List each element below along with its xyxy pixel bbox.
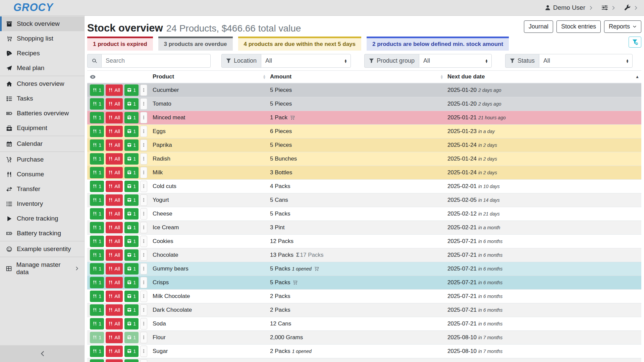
- sidebar-item-tasks[interactable]: Tasks: [0, 91, 84, 106]
- sidebar-item-equipment[interactable]: Equipment: [0, 121, 84, 135]
- sidebar-item-inventory[interactable]: Inventory: [0, 196, 84, 211]
- open-one-button[interactable]: 1: [124, 277, 139, 288]
- row-menu-button[interactable]: [140, 332, 147, 343]
- search-input[interactable]: [101, 54, 211, 68]
- row-menu-button[interactable]: [140, 222, 147, 233]
- sidebar-item-chores-overview[interactable]: Chores overview: [0, 76, 84, 91]
- table-row[interactable]: 1All1Soda12 Cans2025-07-21in 6 months: [87, 317, 641, 330]
- column-header-amount[interactable]: Amount ▲▼: [267, 71, 445, 83]
- consume-all-button[interactable]: All: [106, 167, 123, 178]
- alert-due[interactable]: 4 products are due within the next 5 day…: [238, 37, 361, 51]
- consume-one-button[interactable]: 1: [90, 167, 104, 178]
- consume-all-button[interactable]: All: [106, 222, 123, 233]
- open-one-button[interactable]: 1: [124, 181, 139, 192]
- table-row[interactable]: 1All1Radish5 Bunches2025-01-24in 2 days: [87, 152, 641, 166]
- open-one-button[interactable]: 1: [124, 139, 139, 151]
- open-one-button[interactable]: 1: [124, 126, 139, 137]
- product-group-select[interactable]: All ▲▼: [419, 54, 492, 68]
- table-row[interactable]: 1All1Chocolate13 PacksΣ17 Packs2025-07-2…: [87, 248, 641, 262]
- consume-all-button[interactable]: All: [106, 359, 123, 362]
- consume-all-button[interactable]: All: [106, 194, 123, 206]
- sidebar-item-example-userentity[interactable]: Example userentity: [0, 242, 84, 256]
- open-one-button[interactable]: 1: [124, 153, 139, 165]
- location-select[interactable]: All ▲▼: [261, 54, 351, 68]
- table-row[interactable]: 1All1Tomato5 Pieces2025-01-202 days ago: [87, 97, 641, 111]
- table-row[interactable]: 1All1Eggs6 Pieces2025-01-23in a day: [87, 124, 641, 138]
- open-one-button[interactable]: 1: [124, 263, 139, 275]
- sidebar-item-shopping-list[interactable]: Shopping list: [0, 31, 84, 46]
- row-menu-button[interactable]: [140, 291, 147, 302]
- consume-one-button[interactable]: 1: [90, 126, 104, 137]
- consume-one-button[interactable]: 1: [90, 222, 104, 233]
- user-menu[interactable]: Demo User: [545, 4, 585, 11]
- settings-menu[interactable]: [602, 5, 608, 11]
- consume-one-button[interactable]: 1: [90, 139, 104, 151]
- consume-one-button[interactable]: 1: [90, 277, 104, 288]
- sidebar-item-chore-tracking[interactable]: Chore tracking: [0, 211, 84, 226]
- open-one-button[interactable]: 1: [124, 318, 139, 329]
- consume-one-button[interactable]: 1: [90, 98, 104, 110]
- consume-one-button[interactable]: 1: [90, 346, 104, 357]
- row-menu-button[interactable]: [140, 139, 147, 151]
- sidebar-item-transfer[interactable]: Transfer: [0, 182, 84, 196]
- consume-one-button[interactable]: 1: [90, 236, 104, 247]
- sidebar-item-batteries-overview[interactable]: Batteries overview: [0, 106, 84, 121]
- column-header-next-due-date[interactable]: Next due date ▲: [445, 71, 641, 83]
- consume-one-button[interactable]: 1: [90, 208, 104, 220]
- row-menu-button[interactable]: [140, 346, 147, 357]
- open-one-button[interactable]: 1: [124, 222, 139, 233]
- consume-all-button[interactable]: All: [106, 263, 123, 275]
- open-one-button[interactable]: 1: [124, 304, 139, 316]
- consume-one-button[interactable]: 1: [90, 332, 104, 343]
- consume-one-button[interactable]: 1: [90, 318, 104, 329]
- consume-all-button[interactable]: All: [106, 112, 123, 123]
- open-one-button[interactable]: 1: [124, 332, 139, 343]
- table-row[interactable]: 1All1Dark Chocolate2 Packs2025-07-21in 6…: [87, 303, 641, 317]
- alert-belowmin[interactable]: 2 products are below defined min. stock …: [367, 37, 509, 51]
- open-one-button[interactable]: 1: [124, 98, 139, 110]
- consume-all-button[interactable]: All: [106, 277, 123, 288]
- row-menu-button[interactable]: [140, 84, 147, 96]
- column-visibility-header[interactable]: [87, 71, 150, 83]
- row-menu-button[interactable]: [140, 236, 147, 247]
- table-row[interactable]: 1All1Minced meat1 Pack2025-01-2121 hours…: [87, 111, 641, 124]
- consume-all-button[interactable]: All: [106, 126, 123, 137]
- row-menu-button[interactable]: [140, 153, 147, 165]
- row-menu-button[interactable]: [140, 263, 147, 275]
- open-one-button[interactable]: 1: [124, 249, 139, 261]
- table-row[interactable]: 1All1Sugar2 Packs1 opened2025-08-10in 7 …: [87, 344, 641, 358]
- reports-dropdown-button[interactable]: Reports: [604, 20, 641, 33]
- row-menu-button[interactable]: [140, 194, 147, 206]
- sidebar-item-purchase[interactable]: Purchase: [0, 152, 84, 167]
- row-menu-button[interactable]: [140, 249, 147, 261]
- consume-all-button[interactable]: All: [106, 84, 123, 96]
- open-one-button[interactable]: 1: [124, 291, 139, 302]
- sidebar-item-recipes[interactable]: Recipes: [0, 46, 84, 61]
- table-row[interactable]: 1All1Gummy bears5 Packs1 opened2025-07-2…: [87, 262, 641, 276]
- consume-all-button[interactable]: All: [106, 304, 123, 316]
- sidebar-item-stock-overview[interactable]: Stock overview: [0, 16, 84, 31]
- consume-all-button[interactable]: All: [106, 139, 123, 151]
- consume-all-button[interactable]: All: [106, 98, 123, 110]
- consume-one-button[interactable]: 1: [90, 263, 104, 275]
- consume-one-button[interactable]: 1: [90, 84, 104, 96]
- consume-one-button[interactable]: 1: [90, 112, 104, 123]
- consume-one-button[interactable]: 1: [90, 291, 104, 302]
- table-row[interactable]: 1All1Cucumber5 Pieces2025-01-202 days ag…: [87, 83, 641, 97]
- table-row[interactable]: 1All1: [87, 358, 641, 362]
- table-row[interactable]: 1All1Flour2,000 Grams2025-08-10in 7 mont…: [87, 330, 641, 344]
- row-menu-button[interactable]: [140, 181, 147, 192]
- alert-expired[interactable]: 1 product is expired: [87, 37, 153, 51]
- consume-one-button[interactable]: 1: [90, 359, 104, 362]
- row-menu-button[interactable]: [140, 112, 147, 123]
- sidebar-item-calendar[interactable]: Calendar: [0, 136, 84, 151]
- alert-overdue[interactable]: 3 products are overdue: [158, 37, 233, 51]
- consume-all-button[interactable]: All: [106, 249, 123, 261]
- consume-all-button[interactable]: All: [106, 208, 123, 220]
- consume-all-button[interactable]: All: [106, 153, 123, 165]
- consume-one-button[interactable]: 1: [90, 181, 104, 192]
- stock-entries-button[interactable]: Stock entries: [556, 20, 601, 33]
- sidebar-item-manage-master-data[interactable]: Manage master data: [0, 257, 84, 280]
- row-menu-button[interactable]: [140, 304, 147, 316]
- open-one-button[interactable]: 1: [124, 359, 139, 362]
